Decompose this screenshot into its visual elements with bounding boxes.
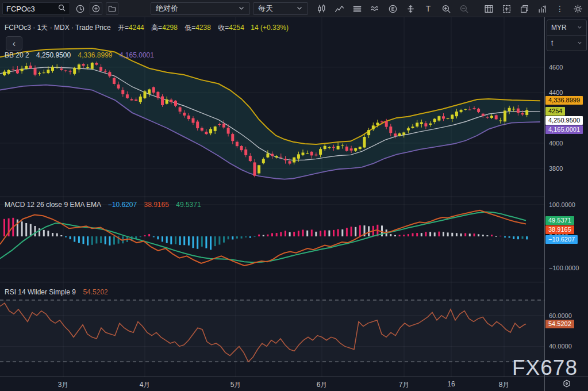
price-pane[interactable] bbox=[0, 17, 544, 197]
measure-icon bbox=[406, 4, 416, 14]
currency-value: MYR bbox=[551, 24, 567, 32]
add-symbol-button[interactable] bbox=[90, 2, 102, 15]
back-button[interactable]: ‹ bbox=[6, 36, 22, 51]
unit-value: t bbox=[551, 39, 553, 47]
open-layout-button[interactable] bbox=[106, 2, 118, 15]
top-toolbar: FCPOc3 绝对价 每天 bbox=[0, 0, 588, 17]
plus-circle-icon bbox=[91, 4, 101, 13]
rsi-pane[interactable] bbox=[0, 282, 544, 377]
events-button[interactable] bbox=[386, 2, 399, 15]
snapshot-button[interactable] bbox=[500, 2, 513, 15]
low-value: 4238 bbox=[195, 24, 211, 32]
symbol-search-input[interactable]: FCPOc3 bbox=[2, 2, 70, 15]
price-tick: 4600 bbox=[549, 63, 563, 71]
macd-hist-value: −10.6207 bbox=[108, 201, 137, 209]
high-label: 高= bbox=[151, 24, 162, 32]
compare-button[interactable] bbox=[368, 2, 381, 15]
main-series-legend[interactable]: FCPOc3 · 1天 · MDX · Trade Price 开=4244 高… bbox=[5, 23, 289, 33]
time-label: 8月 bbox=[491, 380, 517, 390]
text-button[interactable]: T bbox=[422, 2, 435, 15]
templates-button[interactable] bbox=[351, 2, 363, 15]
price-tick: 60.0000 bbox=[549, 312, 572, 320]
events-icon bbox=[388, 4, 398, 14]
macd-signal-value: 49.5371 bbox=[176, 201, 201, 209]
interval-value: 每天 bbox=[258, 3, 273, 14]
zoom-in-icon bbox=[441, 4, 451, 14]
rsi-value: 54.5202 bbox=[83, 288, 107, 296]
settings-button[interactable] bbox=[571, 2, 584, 15]
price-label: 49.5371 bbox=[545, 216, 574, 225]
indicators-icon bbox=[335, 4, 344, 14]
clock-icon bbox=[75, 4, 85, 14]
snapshot-icon bbox=[502, 4, 512, 14]
time-label: 4月 bbox=[132, 380, 157, 390]
settings-icon bbox=[573, 4, 583, 14]
bb-lower-value: 4,165.0001 bbox=[120, 51, 154, 59]
price-tick: 4400 bbox=[549, 89, 563, 97]
price-axis[interactable]: MYR t 46004400400038004,336.899942544,25… bbox=[544, 17, 588, 377]
time-label: 3月 bbox=[51, 380, 76, 390]
price-mode-dropdown[interactable]: 绝对价 bbox=[151, 2, 250, 15]
candles-button[interactable] bbox=[315, 2, 328, 15]
bb-basis-value: 4,250.9500 bbox=[36, 51, 71, 59]
bb-upper-value: 4,336.8999 bbox=[78, 51, 112, 59]
indicators-button[interactable] bbox=[333, 2, 345, 15]
open-value: 4244 bbox=[129, 24, 144, 32]
price-mode-value: 绝对价 bbox=[156, 3, 178, 14]
price-tick: 3800 bbox=[549, 164, 563, 172]
recent-history-button[interactable] bbox=[74, 2, 86, 15]
copy-button[interactable] bbox=[518, 2, 531, 15]
more-icon: ⋮ bbox=[556, 5, 564, 13]
table-icon bbox=[484, 4, 494, 14]
chevron-down-icon bbox=[577, 39, 582, 47]
pane-separator[interactable] bbox=[0, 282, 588, 282]
text-icon: T bbox=[426, 5, 431, 13]
compare-icon bbox=[370, 4, 380, 14]
price-label: 4,165.0001 bbox=[545, 125, 583, 134]
zoom-out-button[interactable] bbox=[458, 2, 470, 15]
time-label: 7月 bbox=[391, 380, 417, 390]
more-button[interactable]: ⋮ bbox=[554, 2, 566, 15]
price-tick: 100.0000 bbox=[549, 201, 575, 209]
macd-line-value: 38.9165 bbox=[144, 201, 168, 209]
price-label: −10.6207 bbox=[545, 235, 578, 244]
price-label: 54.5202 bbox=[545, 320, 574, 328]
price-label: 4,336.8999 bbox=[545, 96, 583, 105]
price-label: 4,250.9500 bbox=[545, 116, 583, 125]
measure-button[interactable] bbox=[404, 2, 417, 15]
change-value: 14 (+0.33%) bbox=[251, 24, 289, 32]
table-button[interactable] bbox=[482, 2, 495, 15]
close-value: 4254 bbox=[229, 24, 244, 32]
currency-toggle[interactable]: MYR bbox=[547, 20, 586, 35]
time-label: 16 bbox=[439, 380, 464, 388]
macd-title: MACD 12 26 close 9 EMA EMA bbox=[5, 201, 101, 209]
time-label: 6月 bbox=[309, 380, 335, 390]
price-tick: 4000 bbox=[549, 139, 563, 147]
interval-dropdown[interactable]: 每天 bbox=[253, 2, 308, 15]
publish-button[interactable] bbox=[536, 2, 548, 15]
toolbar-icon-strip: T⋮ bbox=[315, 2, 586, 15]
hexagon-settings-icon[interactable] bbox=[563, 379, 571, 390]
bb-indicator-legend[interactable]: BB 20 2 4,250.9500 4,336.8999 4,165.0001 bbox=[5, 51, 154, 59]
macd-pane[interactable] bbox=[0, 197, 544, 282]
close-label: 收= bbox=[218, 24, 229, 32]
axis-corner bbox=[544, 377, 588, 391]
time-label: 5月 bbox=[223, 380, 248, 390]
symbol-text: FCPOc3 bbox=[6, 5, 35, 13]
zoom-out-icon bbox=[459, 4, 469, 14]
rsi-indicator-legend[interactable]: RSI 14 Wilder Simple 9 54.5202 bbox=[5, 288, 108, 296]
candles-icon bbox=[317, 4, 326, 14]
price-label: 4254 bbox=[545, 107, 565, 116]
publish-icon bbox=[537, 4, 547, 14]
price-tick: −100.0000 bbox=[549, 264, 579, 272]
unit-toggle[interactable]: t bbox=[547, 35, 586, 51]
templates-icon bbox=[352, 4, 362, 14]
bb-title: BB 20 2 bbox=[5, 51, 29, 59]
series-title: FCPOc3 · 1天 · MDX · Trade Price bbox=[5, 24, 111, 32]
folder-icon bbox=[107, 4, 117, 13]
chevron-down-icon bbox=[238, 5, 245, 13]
pane-separator[interactable] bbox=[0, 197, 588, 197]
time-axis[interactable]: 3月4月5月6月7月168月 bbox=[0, 377, 588, 391]
zoom-in-button[interactable] bbox=[440, 2, 452, 15]
macd-indicator-legend[interactable]: MACD 12 26 close 9 EMA EMA −10.6207 38.9… bbox=[5, 201, 201, 209]
